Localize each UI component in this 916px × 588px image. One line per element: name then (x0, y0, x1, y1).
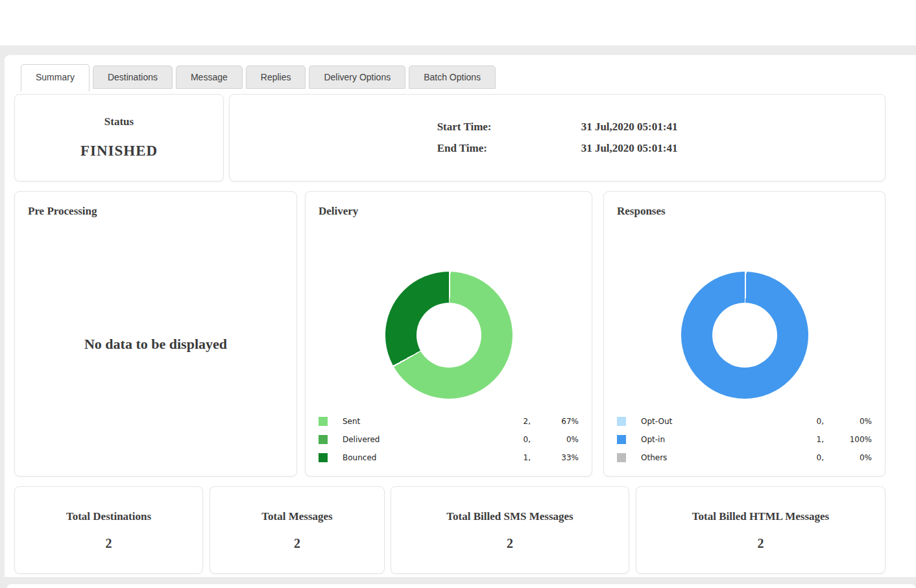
legend-label: Sent (343, 417, 492, 426)
total-destinations-title: Total Destinations (15, 510, 202, 523)
legend-row-opt-out: Opt-Out 0, 0% (604, 412, 885, 430)
legend-label: Opt-in (641, 435, 785, 444)
pre-processing-title: Pre Processing (28, 205, 97, 218)
start-time-label: Start Time: (437, 121, 581, 134)
legend-row-opt-in: Opt-in 1, 100% (604, 430, 885, 449)
legend-row-sent: Sent 2, 67% (306, 412, 592, 430)
legend-percent: 0% (824, 453, 872, 462)
bounced-swatch (319, 453, 328, 462)
tab-batch-options[interactable]: Batch Options (409, 65, 496, 89)
delivery-legend: Sent 2, 67% Delivered 0, 0% Bounced 1, 3… (306, 412, 592, 467)
legend-row-delivered: Delivered 0, 0% (306, 430, 592, 449)
end-time-label: End Time: (437, 142, 581, 155)
legend-percent: 67% (531, 417, 579, 426)
sent-swatch (319, 417, 328, 426)
responses-title: Responses (617, 205, 666, 218)
top-header-area (0, 0, 916, 45)
tab-bar: Summary Destinations Message Replies Del… (21, 65, 499, 91)
status-value: FINISHED (15, 143, 223, 159)
tab-summary[interactable]: Summary (21, 64, 90, 91)
total-billed-html-card: Total Billed HTML Messages 2 (636, 486, 886, 574)
legend-label: Opt-Out (641, 417, 785, 426)
next-section-panel (6, 584, 916, 588)
total-messages-title: Total Messages (210, 510, 384, 523)
responses-card: Responses Opt-Out 0, 0% Opt-in 1, 100% O… (603, 191, 886, 476)
others-swatch (617, 453, 626, 462)
legend-percent: 0% (824, 417, 872, 426)
total-billed-sms-card: Total Billed SMS Messages 2 (391, 486, 629, 574)
tab-delivery-options[interactable]: Delivery Options (309, 65, 405, 89)
legend-count: 0, (785, 417, 824, 426)
delivery-title: Delivery (319, 205, 358, 218)
total-billed-sms-title: Total Billed SMS Messages (391, 510, 629, 523)
legend-count: 0, (492, 435, 531, 444)
legend-label: Others (641, 453, 785, 462)
total-messages-value: 2 (210, 536, 384, 551)
delivered-swatch (319, 435, 328, 444)
legend-count: 2, (492, 417, 531, 426)
end-time-value: 31 Jul,2020 05:01:41 (581, 142, 678, 155)
responses-donut-chart[interactable] (681, 272, 808, 399)
legend-row-bounced: Bounced 1, 33% (306, 449, 592, 467)
delivery-donut-chart[interactable] (385, 272, 512, 399)
pre-processing-card: Pre Processing No data to be displayed (14, 191, 297, 476)
responses-legend: Opt-Out 0, 0% Opt-in 1, 100% Others 0, 0… (604, 412, 885, 467)
total-billed-sms-value: 2 (391, 536, 629, 551)
total-billed-html-value: 2 (636, 536, 885, 551)
legend-label: Delivered (343, 435, 492, 444)
total-destinations-card: Total Destinations 2 (14, 486, 203, 574)
legend-percent: 33% (531, 453, 579, 462)
tab-replies[interactable]: Replies (246, 65, 306, 89)
total-messages-card: Total Messages 2 (210, 486, 385, 574)
legend-count: 1, (492, 453, 531, 462)
tab-message[interactable]: Message (176, 65, 243, 89)
start-time-value: 31 Jul,2020 05:01:41 (581, 121, 678, 134)
legend-count: 0, (785, 453, 824, 462)
legend-count: 1, (785, 435, 824, 444)
legend-percent: 0% (531, 435, 579, 444)
opt-out-swatch (617, 417, 626, 426)
report-page: Summary Destinations Message Replies Del… (0, 0, 916, 588)
total-destinations-value: 2 (15, 536, 202, 551)
legend-label: Bounced (343, 453, 492, 462)
tab-destinations[interactable]: Destinations (93, 65, 173, 89)
opt-in-swatch (617, 435, 626, 444)
status-title: Status (15, 115, 223, 128)
legend-row-others: Others 0, 0% (604, 449, 885, 467)
total-billed-html-title: Total Billed HTML Messages (636, 510, 885, 523)
delivery-card: Delivery Sent 2, 67% Delivered 0, 0% Bou… (305, 191, 592, 476)
times-card: Start Time: 31 Jul,2020 05:01:41 End Tim… (229, 94, 886, 182)
no-data-message: No data to be displayed (15, 336, 296, 353)
status-card: Status FINISHED (14, 94, 224, 182)
legend-percent: 100% (824, 435, 872, 444)
